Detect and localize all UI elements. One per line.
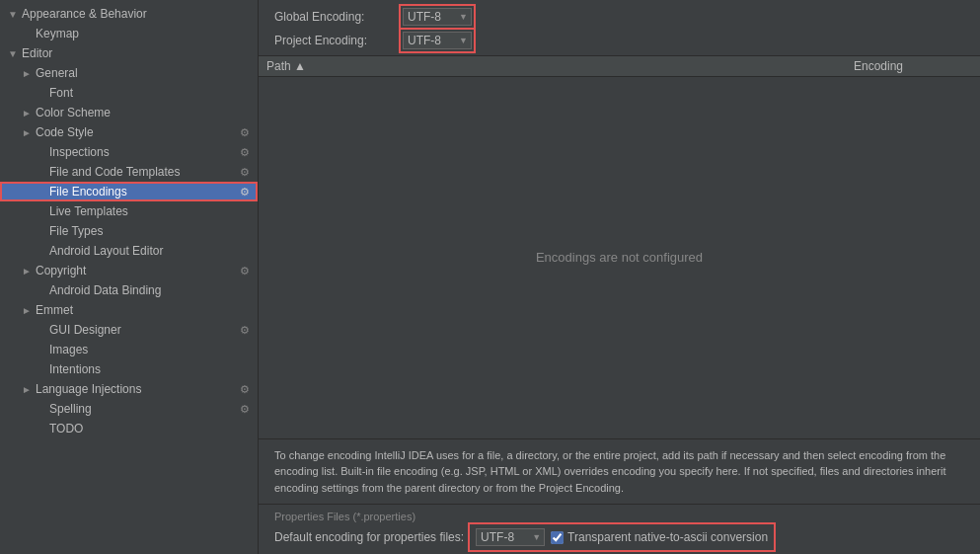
description-text: To change encoding IntelliJ IDEA uses fo… (274, 449, 946, 494)
sidebar-item-label: Appearance & Behavior (22, 7, 250, 21)
sidebar-item-label: Android Layout Editor (49, 244, 250, 258)
project-encoding-select-wrapper: UTF-8 ▼ (403, 32, 472, 49)
sidebar-item-label: Copyright (36, 264, 236, 277)
properties-encoding-select[interactable]: UTF-8 (476, 528, 545, 546)
sidebar-item-android-layout-editor[interactable]: Android Layout Editor (0, 241, 258, 261)
sidebar-item-emmet[interactable]: ► Emmet (0, 300, 258, 320)
arrow-icon: ▼ (8, 48, 22, 59)
sidebar-item-android-data-binding[interactable]: Android Data Binding (0, 280, 258, 300)
arrow-spacer (8, 404, 22, 415)
arrow-spacer (8, 226, 22, 237)
global-encoding-row: Global Encoding: UTF-8 ▼ (274, 8, 964, 26)
settings-icon: ⚙ (240, 126, 250, 139)
arrow-spacer (8, 345, 22, 356)
properties-encoding-label: Default encoding for properties files: (274, 530, 464, 544)
path-column-label: Path ▲ (266, 59, 306, 73)
sidebar-item-live-templates[interactable]: Live Templates (0, 201, 258, 221)
settings-icon: ⚙ (240, 403, 250, 416)
properties-encoding-select-wrapper: UTF-8 ▼ (476, 528, 545, 546)
sidebar-item-label: Android Data Binding (49, 283, 250, 297)
transparent-label[interactable]: Transparent native-to-ascii conversion (567, 530, 768, 544)
sidebar-item-language-injections[interactable]: ► Language Injections ⚙ (0, 379, 258, 399)
project-encoding-select[interactable]: UTF-8 (403, 32, 472, 49)
sidebar-item-label: Keymap (36, 27, 250, 40)
properties-section: Properties Files (*.properties) Default … (259, 504, 980, 554)
settings-icon: ⚙ (240, 324, 250, 337)
global-encoding-select-wrapper: UTF-8 ▼ (403, 8, 472, 26)
arrow-icon: ► (22, 266, 36, 277)
sidebar-item-gui-designer[interactable]: GUI Designer ⚙ (0, 320, 258, 340)
sidebar-item-label: Images (49, 343, 250, 356)
sidebar-item-label: Language Injections (36, 382, 236, 396)
sidebar-item-label: File Types (49, 224, 250, 238)
sidebar-item-images[interactable]: Images (0, 340, 258, 359)
sidebar-item-label: Spelling (49, 402, 236, 416)
sidebar-item-label: Editor (22, 46, 250, 60)
arrow-icon: ▼ (8, 9, 22, 20)
sidebar-item-inspections[interactable]: Inspections ⚙ (0, 142, 258, 162)
sidebar-item-label: Color Scheme (36, 106, 250, 119)
properties-row: Default encoding for properties files: U… (274, 526, 964, 548)
arrow-spacer (8, 88, 22, 99)
sidebar-item-code-style[interactable]: ► Code Style ⚙ (0, 122, 258, 142)
arrow-spacer (8, 29, 22, 40)
arrow-spacer (8, 147, 22, 158)
settings-icon: ⚙ (240, 383, 250, 396)
arrow-icon: ► (22, 68, 36, 79)
arrow-icon: ► (22, 127, 36, 138)
arrow-spacer (8, 325, 22, 336)
sidebar-item-file-encodings[interactable]: File Encodings ⚙ (0, 182, 258, 201)
transparent-checkbox-wrapper: Transparent native-to-ascii conversion (551, 530, 768, 544)
sidebar-item-label: File and Code Templates (49, 165, 236, 179)
sidebar-item-appearance-behavior[interactable]: ▼ Appearance & Behavior (0, 4, 258, 24)
sidebar-item-font[interactable]: Font (0, 83, 258, 103)
sidebar-item-copyright[interactable]: ► Copyright ⚙ (0, 261, 258, 280)
table-body: Encodings are not configured (259, 77, 980, 438)
table-header: Path ▲ Encoding (259, 56, 980, 77)
table-encoding-header: Encoding (854, 59, 972, 73)
sidebar-item-todo[interactable]: TODO (0, 419, 258, 438)
sidebar-item-label: File Encodings (49, 185, 236, 198)
sidebar-item-general[interactable]: ► General (0, 63, 258, 83)
sidebar-item-intentions[interactable]: Intentions (0, 359, 258, 379)
sidebar-item-label: Inspections (49, 145, 236, 159)
settings-icon: ⚙ (240, 146, 250, 159)
project-encoding-row: Project Encoding: UTF-8 ▼ (274, 32, 964, 49)
settings-icon: ⚙ (240, 186, 250, 198)
encoding-description: To change encoding IntelliJ IDEA uses fo… (259, 438, 980, 505)
arrow-spacer (8, 167, 22, 178)
content-area: Global Encoding: UTF-8 ▼ Project Encodin… (259, 0, 980, 554)
sidebar-item-file-code-templates[interactable]: File and Code Templates ⚙ (0, 162, 258, 182)
table-path-header: Path ▲ (266, 59, 854, 73)
settings-icon: ⚙ (240, 265, 250, 277)
properties-encoding-controls: UTF-8 ▼ Transparent native-to-ascii conv… (472, 526, 772, 548)
sidebar-item-label: Font (49, 86, 250, 100)
arrow-spacer (8, 364, 22, 375)
sidebar-item-label: Emmet (36, 303, 250, 317)
empty-message: Encodings are not configured (536, 250, 703, 265)
arrow-icon: ► (22, 108, 36, 119)
arrow-spacer (8, 424, 22, 435)
encoding-settings: Global Encoding: UTF-8 ▼ Project Encodin… (259, 0, 980, 56)
arrow-spacer (8, 187, 22, 198)
global-encoding-select[interactable]: UTF-8 (403, 8, 472, 26)
sidebar-item-label: Live Templates (49, 204, 250, 218)
sidebar-item-label: General (36, 66, 250, 80)
arrow-icon: ► (22, 384, 36, 395)
arrow-spacer (8, 285, 22, 296)
sidebar-item-editor[interactable]: ▼ Editor (0, 43, 258, 63)
arrow-icon: ► (22, 305, 36, 316)
transparent-checkbox[interactable] (551, 531, 564, 544)
sidebar-item-keymap[interactable]: Keymap (0, 24, 258, 43)
sidebar-item-file-types[interactable]: File Types (0, 221, 258, 241)
sidebar-item-label: GUI Designer (49, 323, 236, 337)
sidebar-item-color-scheme[interactable]: ► Color Scheme (0, 103, 258, 122)
arrow-spacer (8, 246, 22, 257)
sidebar-item-label: TODO (49, 422, 250, 435)
sidebar: ▼ Appearance & Behavior Keymap ▼ Editor … (0, 0, 259, 554)
settings-icon: ⚙ (240, 166, 250, 179)
properties-title: Properties Files (*.properties) (274, 511, 964, 522)
project-encoding-label: Project Encoding: (274, 34, 403, 47)
sidebar-item-spelling[interactable]: Spelling ⚙ (0, 399, 258, 419)
arrow-spacer (8, 206, 22, 217)
